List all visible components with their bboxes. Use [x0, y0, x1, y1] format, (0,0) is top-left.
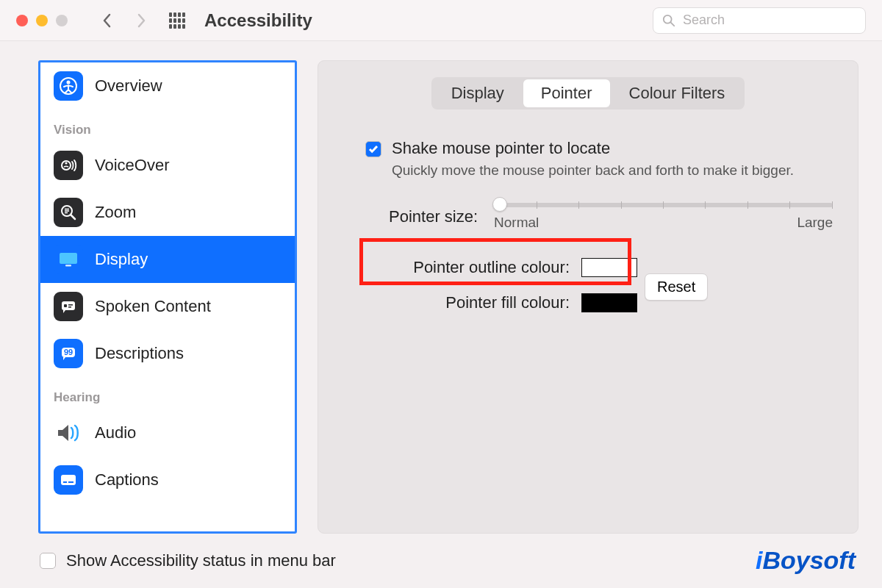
- svg-line-1: [671, 22, 675, 26]
- fill-colour-row: Pointer fill colour:: [380, 285, 833, 320]
- sidebar-item-label: Audio: [95, 423, 136, 442]
- svg-point-5: [65, 162, 67, 164]
- audio-icon: [54, 418, 83, 448]
- sidebar-header-vision: Vision: [40, 110, 295, 142]
- window-title: Accessibility: [204, 10, 312, 31]
- pointer-size-slider[interactable]: Normal Large: [494, 203, 833, 231]
- reset-button[interactable]: Reset: [645, 273, 708, 301]
- display-tabs: Display Pointer Colour Filters: [431, 77, 745, 110]
- slider-min-label: Normal: [494, 215, 539, 231]
- sidebar-item-spoken-content[interactable]: Spoken Content: [40, 283, 295, 330]
- shake-checkbox[interactable]: [365, 141, 381, 157]
- slider-thumb[interactable]: [492, 197, 507, 212]
- tab-colour-filters[interactable]: Colour Filters: [612, 79, 743, 107]
- window-controls: [16, 15, 68, 26]
- svg-rect-15: [68, 304, 73, 306]
- sidebar-item-audio[interactable]: Audio: [40, 409, 295, 456]
- minimize-icon[interactable]: [36, 15, 48, 26]
- search-input[interactable]: [681, 12, 856, 29]
- sidebar-scroll[interactable]: Overview Vision VoiceOver Zoom: [40, 62, 295, 531]
- zoom-icon[interactable]: [56, 15, 68, 26]
- sidebar-item-display[interactable]: Display: [40, 236, 295, 283]
- svg-line-7: [71, 215, 75, 219]
- sidebar-item-overview[interactable]: Overview: [40, 62, 295, 110]
- overview-icon: [54, 71, 83, 101]
- pointer-section: Shake mouse pointer to locate Quickly mo…: [343, 139, 833, 320]
- shake-to-locate-row: Shake mouse pointer to locate Quickly mo…: [365, 139, 833, 181]
- sidebar-item-descriptions[interactable]: 99 Descriptions: [40, 330, 295, 377]
- svg-rect-21: [68, 481, 74, 483]
- zoom-magnifier-icon: [54, 198, 83, 227]
- fill-colour-swatch[interactable]: [581, 293, 637, 312]
- outline-colour-label: Pointer outline colour:: [380, 258, 570, 277]
- outline-colour-swatch[interactable]: [581, 258, 637, 277]
- brand-watermark: iBoysoft: [756, 546, 856, 575]
- sidebar-item-label: VoiceOver: [95, 156, 170, 175]
- svg-point-0: [664, 15, 672, 23]
- sidebar: Overview Vision VoiceOver Zoom: [38, 60, 297, 534]
- fill-colour-label: Pointer fill colour:: [380, 293, 570, 312]
- sidebar-item-label: Display: [95, 250, 148, 269]
- apps-grid-icon[interactable]: [169, 12, 185, 29]
- back-button[interactable]: [94, 7, 121, 34]
- sidebar-item-voiceover[interactable]: VoiceOver: [40, 142, 295, 189]
- content-pane: Display Pointer Colour Filters Shake mou…: [318, 60, 858, 534]
- forward-button[interactable]: [128, 7, 154, 34]
- outline-colour-row: Pointer outline colour:: [380, 250, 833, 285]
- accessibility-window: Accessibility Overview Vision: [0, 0, 882, 588]
- pointer-colour-group: Pointer outline colour: Pointer fill col…: [365, 250, 833, 320]
- sidebar-item-label: Zoom: [95, 203, 136, 222]
- svg-rect-19: [61, 475, 76, 485]
- svg-point-3: [67, 81, 71, 85]
- svg-text:99: 99: [64, 348, 73, 356]
- tab-display[interactable]: Display: [434, 79, 522, 107]
- svg-rect-14: [64, 304, 67, 307]
- check-icon: [368, 144, 379, 154]
- display-icon: [54, 245, 83, 274]
- search-field[interactable]: [653, 7, 866, 34]
- descriptions-icon: 99: [54, 339, 83, 368]
- pointer-size-row: Pointer size: Normal Large: [365, 203, 833, 231]
- show-status-checkbox[interactable]: [40, 553, 56, 569]
- svg-rect-11: [60, 253, 77, 264]
- close-icon[interactable]: [16, 15, 28, 26]
- shake-label: Shake mouse pointer to locate: [392, 139, 794, 158]
- captions-icon: [54, 465, 83, 495]
- sidebar-item-label: Descriptions: [95, 344, 184, 363]
- svg-rect-13: [62, 301, 75, 310]
- search-icon: [662, 14, 675, 27]
- svg-rect-12: [65, 265, 71, 267]
- show-status-label: Show Accessibility status in menu bar: [66, 551, 336, 570]
- footer: Show Accessibility status in menu bar iB…: [0, 534, 882, 588]
- sidebar-item-captions[interactable]: Captions: [40, 456, 295, 503]
- sidebar-item-zoom[interactable]: Zoom: [40, 189, 295, 236]
- sidebar-header-hearing: Hearing: [40, 377, 295, 409]
- sidebar-item-label: Captions: [95, 470, 159, 490]
- titlebar: Accessibility: [0, 0, 882, 41]
- tab-pointer[interactable]: Pointer: [523, 79, 610, 107]
- sidebar-item-label: Spoken Content: [95, 297, 211, 316]
- pointer-size-label: Pointer size:: [389, 207, 478, 226]
- slider-max-label: Large: [797, 215, 833, 231]
- body: Overview Vision VoiceOver Zoom: [0, 41, 882, 534]
- shake-description: Quickly move the mouse pointer back and …: [392, 161, 794, 181]
- voiceover-icon: [54, 151, 83, 180]
- spoken-content-icon: [54, 292, 83, 321]
- sidebar-item-label: Overview: [95, 76, 162, 96]
- svg-rect-16: [68, 306, 71, 308]
- svg-rect-20: [63, 481, 67, 483]
